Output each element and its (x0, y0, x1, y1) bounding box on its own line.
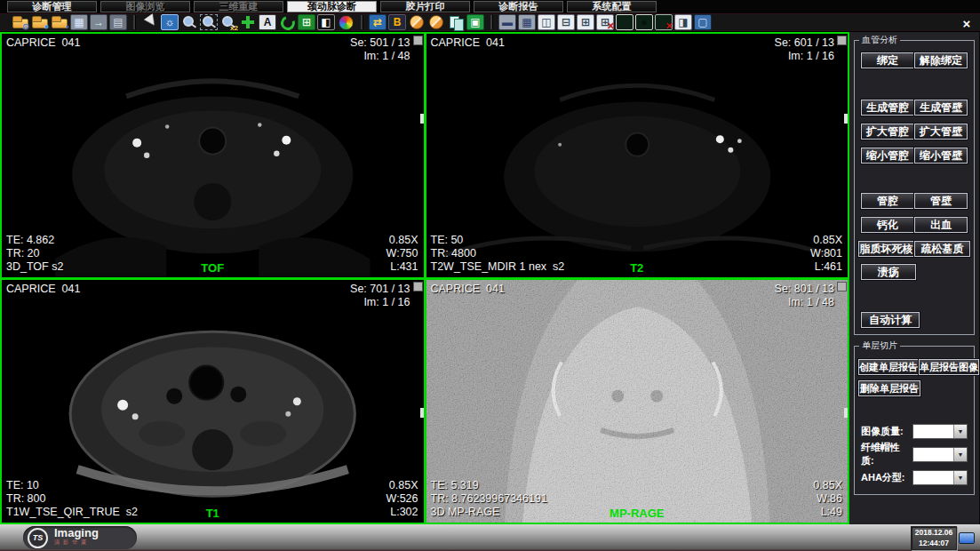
open-patient-folder-icon[interactable]: ⚙ (12, 14, 29, 30)
clear-view-icon-part: ✕ (665, 20, 673, 32)
report-copy-icon[interactable] (447, 14, 465, 30)
color-palette-icon[interactable] (337, 14, 355, 30)
close-icon[interactable]: × (960, 17, 974, 31)
measure-tool-icon[interactable] (408, 14, 426, 30)
slice-position-indicator[interactable] (420, 408, 424, 418)
display-params: 0.85XW:86L:49 (813, 479, 842, 519)
acquisition-params: TE: 4.862TR: 203D_TOF s2 (6, 234, 63, 274)
viewport-mprage[interactable]: CAPRICE 041 Se: 801 / 13Im: 1 / 48 TE: 5… (426, 280, 849, 523)
generate-wall-button[interactable]: 生成管壁 (914, 100, 968, 116)
batch-process-icon[interactable]: B (388, 14, 406, 30)
input-method-icon[interactable] (959, 532, 975, 544)
single-layout-icon[interactable]: ▬ (498, 14, 516, 30)
scrollbar-button[interactable] (413, 36, 423, 45)
image-quality-select[interactable]: ▼ (912, 424, 968, 439)
open-study-folder-icon[interactable]: ● (31, 14, 49, 30)
patient-name: CAPRICE 041 (6, 283, 80, 296)
hemorrhage-button[interactable]: 出血 (914, 217, 968, 233)
aha-type-select[interactable]: ▼ (912, 470, 968, 485)
compare-view-icon[interactable]: ◨ (674, 14, 692, 30)
slice-position-indicator[interactable] (420, 114, 424, 124)
shrink-wall-button[interactable]: 缩小管壁 (914, 148, 968, 164)
scrollbar-button[interactable] (837, 282, 847, 291)
time-value: 12:44:07 (919, 539, 949, 547)
registration-icon-part: ⇄ (373, 17, 382, 28)
expand-lumen-button[interactable]: 扩大管腔 (861, 124, 914, 140)
zoom-region-icon[interactable] (200, 14, 218, 30)
tab-diagnosis-management[interactable]: 诊断管理 (7, 1, 97, 12)
batch-process-icon-part: B (394, 17, 402, 28)
window-value: W:750 (386, 247, 418, 260)
level-value: L:461 (815, 260, 842, 273)
grid-layout-icon[interactable]: ⊞ (577, 14, 594, 30)
snapshot-icon[interactable]: ▢ (694, 14, 712, 30)
chevron-down-icon[interactable]: ▼ (953, 471, 967, 484)
import-study-folder-icon-part (52, 16, 61, 22)
tab-image-browse[interactable]: 图像浏览 (100, 1, 190, 12)
save-image-icon[interactable]: ▣ (466, 14, 484, 30)
tab-carotid-diagnosis[interactable]: 颈动脉诊断 (287, 1, 377, 12)
stack-view-icon[interactable] (616, 14, 633, 30)
image-number: Im: 1 / 16 (788, 50, 834, 62)
scrollbar-button[interactable] (837, 36, 847, 45)
mri-image-tof (2, 34, 424, 277)
tr-value: TR: 800 (6, 492, 45, 505)
ulcer-button[interactable]: 溃疡 (861, 264, 916, 280)
two-column-layout-icon[interactable]: ◫ (538, 14, 555, 30)
clear-view-icon[interactable]: ✕ (655, 14, 673, 30)
bind-button[interactable]: 绑定 (861, 52, 914, 68)
slice-position-indicator[interactable] (844, 408, 848, 418)
delete-slice-report-button[interactable]: 删除单层报告 (858, 380, 920, 396)
scrollbar-button[interactable] (413, 282, 423, 291)
invert-icon[interactable]: ◧ (317, 14, 335, 30)
database-icon[interactable]: ▤ (109, 14, 127, 30)
calcification-button[interactable]: 钙化 (861, 217, 914, 233)
zoom-icon[interactable] (180, 14, 198, 30)
loose-matrix-button[interactable]: 疏松基质 (914, 241, 970, 257)
registration-icon[interactable]: ⇄ (369, 14, 386, 30)
shrink-lumen-button[interactable]: 缩小管腔 (861, 148, 914, 164)
sequence-name: T2W_TSE_MDIR 1 nex s2 (431, 260, 565, 273)
viewport-t2[interactable]: CAPRICE 041 Se: 601 / 13Im: 1 / 16 TE: 5… (426, 34, 849, 277)
annotation-icon[interactable]: A (259, 14, 276, 30)
angle-measure-icon[interactable] (427, 14, 445, 30)
zoom-factor: 0.85X (389, 479, 418, 491)
create-slice-report-button[interactable]: 创建单层报告 (858, 359, 919, 375)
tab-film-print[interactable]: 胶片打印 (380, 1, 470, 12)
pan-icon[interactable] (239, 14, 257, 30)
export-study-icon[interactable]: → (90, 14, 108, 30)
viewport-tof[interactable]: CAPRICE 041 Se: 501 / 13Im: 1 / 48 TE: 4… (2, 34, 424, 277)
wall-button[interactable]: 管壁 (914, 193, 968, 209)
tab-diagnosis-report[interactable]: 诊断报告 (474, 1, 563, 12)
slice-report-image-button[interactable]: 单层报告图像 (919, 359, 979, 375)
generate-lumen-button[interactable]: 生成管腔 (861, 100, 914, 116)
snapshot-icon-part: ▢ (697, 17, 707, 28)
tab-3d-reconstruction[interactable]: 三维重建 (194, 1, 283, 12)
layout-settings-icon[interactable]: ▦ (518, 14, 536, 30)
zoom-x2-icon[interactable]: x2 (219, 14, 237, 30)
auto-calculate-button[interactable]: 自动计算 (861, 312, 920, 328)
lipid-necrotic-core-button[interactable]: 脂质坏死核 (858, 241, 914, 257)
lumen-button[interactable]: 管腔 (861, 193, 914, 209)
chevron-down-icon[interactable]: ▼ (953, 425, 967, 438)
chevron-down-icon[interactable]: ▼ (953, 448, 967, 461)
zoom-factor: 0.85X (389, 234, 418, 246)
import-study-folder-icon[interactable]: ▪ (51, 14, 68, 30)
sequence-label: T1 (206, 507, 219, 520)
viewport-t1[interactable]: CAPRICE 041 Se: 701 / 13Im: 1 / 16 TE: 1… (2, 280, 424, 523)
sequence-name: 3D_TOF s2 (6, 260, 63, 273)
tab-system-config[interactable]: 系统配置 (567, 1, 657, 12)
cursor-icon[interactable] (141, 14, 159, 30)
layout-settings-icon-part: ▦ (522, 17, 531, 28)
slice-position-indicator[interactable] (844, 114, 848, 124)
two-row-layout-icon[interactable]: ⊟ (557, 14, 575, 30)
expand-wall-button[interactable]: 扩大管壁 (914, 124, 968, 140)
fit-to-window-icon[interactable]: ⊞ (298, 14, 315, 30)
refresh-icon[interactable] (278, 14, 296, 30)
worklist-monitor-icon[interactable]: ▦ (70, 14, 88, 30)
close-layout-icon[interactable]: ⊞✕ (596, 14, 614, 30)
circle-view-icon[interactable]: ● (635, 14, 653, 30)
unbind-button[interactable]: 解除绑定 (914, 52, 968, 68)
window-level-icon[interactable]: ☼ (161, 14, 179, 30)
fibrous-cap-select[interactable]: ▼ (912, 447, 968, 462)
